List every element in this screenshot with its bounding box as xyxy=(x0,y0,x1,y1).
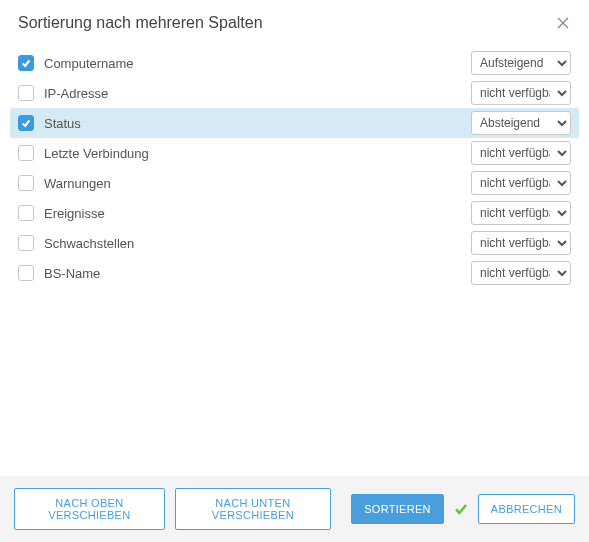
cancel-button[interactable]: ABBRECHEN xyxy=(478,494,575,524)
sort-direction-select[interactable]: AufsteigendAbsteigendnicht verfügbar xyxy=(471,171,571,195)
column-row[interactable]: WarnungenAufsteigendAbsteigendnicht verf… xyxy=(10,168,579,198)
column-label: Computername xyxy=(44,56,471,71)
dialog-header: Sortierung nach mehreren Spalten xyxy=(0,0,589,42)
column-row[interactable]: IP-AdresseAufsteigendAbsteigendnicht ver… xyxy=(10,78,579,108)
sort-direction-select[interactable]: AufsteigendAbsteigendnicht verfügbar xyxy=(471,261,571,285)
column-checkbox[interactable] xyxy=(18,175,34,191)
checkmark-icon xyxy=(454,502,468,516)
column-label: Status xyxy=(44,116,471,131)
column-label: Warnungen xyxy=(44,176,471,191)
sort-direction-select[interactable]: AufsteigendAbsteigendnicht verfügbar xyxy=(471,51,571,75)
sort-direction-select[interactable]: AufsteigendAbsteigendnicht verfügbar xyxy=(471,141,571,165)
column-list: ComputernameAufsteigendAbsteigendnicht v… xyxy=(0,42,589,476)
column-row[interactable]: SchwachstellenAufsteigendAbsteigendnicht… xyxy=(10,228,579,258)
column-row[interactable]: BS-NameAufsteigendAbsteigendnicht verfüg… xyxy=(10,258,579,288)
sort-direction-select[interactable]: AufsteigendAbsteigendnicht verfügbar xyxy=(471,231,571,255)
column-label: Ereignisse xyxy=(44,206,471,221)
column-checkbox[interactable] xyxy=(18,235,34,251)
column-checkbox[interactable] xyxy=(18,205,34,221)
close-icon xyxy=(557,17,569,29)
sort-direction-select[interactable]: AufsteigendAbsteigendnicht verfügbar xyxy=(471,201,571,225)
column-row[interactable]: EreignisseAufsteigendAbsteigendnicht ver… xyxy=(10,198,579,228)
column-label: IP-Adresse xyxy=(44,86,471,101)
column-checkbox[interactable] xyxy=(18,265,34,281)
column-checkbox[interactable] xyxy=(18,145,34,161)
column-row[interactable]: StatusAufsteigendAbsteigendnicht verfügb… xyxy=(10,108,579,138)
column-label: BS-Name xyxy=(44,266,471,281)
column-checkbox[interactable] xyxy=(18,85,34,101)
column-checkbox[interactable] xyxy=(18,115,34,131)
close-button[interactable] xyxy=(555,15,571,31)
column-checkbox[interactable] xyxy=(18,55,34,71)
column-row[interactable]: Letzte VerbindungAufsteigendAbsteigendni… xyxy=(10,138,579,168)
dialog-footer: NACH OBEN VERSCHIEBEN NACH UNTEN VERSCHI… xyxy=(0,476,589,542)
sort-direction-select[interactable]: AufsteigendAbsteigendnicht verfügbar xyxy=(471,81,571,105)
sort-direction-select[interactable]: AufsteigendAbsteigendnicht verfügbar xyxy=(471,111,571,135)
column-row[interactable]: ComputernameAufsteigendAbsteigendnicht v… xyxy=(10,48,579,78)
column-label: Letzte Verbindung xyxy=(44,146,471,161)
sort-button[interactable]: SORTIEREN xyxy=(351,494,444,524)
move-down-button[interactable]: NACH UNTEN VERSCHIEBEN xyxy=(175,488,331,530)
dialog-title: Sortierung nach mehreren Spalten xyxy=(18,14,263,32)
column-label: Schwachstellen xyxy=(44,236,471,251)
move-up-button[interactable]: NACH OBEN VERSCHIEBEN xyxy=(14,488,165,530)
